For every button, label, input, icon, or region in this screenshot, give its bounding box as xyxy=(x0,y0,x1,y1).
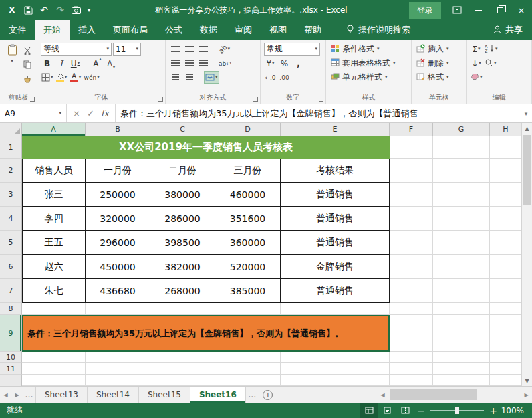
cell-styles-button[interactable]: 单元格样式▾ xyxy=(329,70,408,84)
tab-view[interactable]: 视图 xyxy=(261,20,295,40)
row-header[interactable]: 9 xyxy=(0,315,22,352)
table-cell[interactable]: 360000 xyxy=(215,231,281,255)
wrap-text-icon[interactable]: ab↩ xyxy=(218,57,232,70)
vertical-scroll-thumb[interactable] xyxy=(523,135,531,205)
cell[interactable] xyxy=(22,363,86,375)
cell[interactable] xyxy=(150,375,215,386)
tab-insert[interactable]: 插入 xyxy=(70,20,104,40)
row-header[interactable]: 6 xyxy=(0,255,22,279)
table-title-cell[interactable]: XX公司2019年一季度销售人员考核表 xyxy=(22,136,390,159)
cell[interactable] xyxy=(390,375,433,386)
vertical-scrollbar[interactable]: ▲ ▼ xyxy=(521,123,532,386)
tab-review[interactable]: 审阅 xyxy=(226,20,261,40)
table-header-cell[interactable]: 三月份 xyxy=(215,159,281,183)
zoom-slider[interactable] xyxy=(430,410,484,411)
cell[interactable] xyxy=(86,303,150,315)
sheet-overflow-right[interactable]: … xyxy=(246,387,259,403)
column-header-B[interactable]: B xyxy=(86,123,150,136)
cell[interactable] xyxy=(215,352,281,363)
hscroll-left-icon[interactable]: ◀ xyxy=(377,392,388,398)
cell[interactable] xyxy=(390,303,433,315)
excel-logo-icon[interactable]: X xyxy=(4,2,20,18)
sheet-nav-right-icon[interactable]: ▶ xyxy=(11,387,23,403)
table-header-cell[interactable]: 一月份 xyxy=(86,159,150,183)
cell[interactable] xyxy=(390,352,433,363)
table-cell[interactable]: 王五 xyxy=(22,231,86,255)
enter-icon[interactable]: ✓ xyxy=(87,108,94,118)
redo-icon[interactable]: ↷ xyxy=(52,2,68,18)
clipboard-dialog-launcher-icon[interactable] xyxy=(30,97,35,102)
cell[interactable] xyxy=(433,363,490,375)
format-cells-button[interactable]: 格式▾ xyxy=(415,70,462,84)
cell[interactable] xyxy=(490,136,521,159)
cell[interactable] xyxy=(281,303,390,315)
select-all-button[interactable] xyxy=(0,123,22,136)
new-sheet-button[interactable]: + xyxy=(259,387,277,403)
cell[interactable] xyxy=(490,363,521,375)
ribbon-display-options-icon[interactable] xyxy=(446,0,468,20)
table-cell[interactable]: 普通销售 xyxy=(281,207,390,231)
table-cell[interactable]: 普通销售 xyxy=(281,279,390,303)
table-cell[interactable]: 金牌销售 xyxy=(281,255,390,279)
table-cell[interactable]: 436680 xyxy=(86,279,150,303)
cell[interactable] xyxy=(150,303,215,315)
shrink-font-button[interactable]: A▾ xyxy=(105,57,118,70)
autosum-button[interactable]: Σ▾ xyxy=(470,43,483,56)
cell[interactable] xyxy=(433,375,490,386)
underline-button[interactable]: U▾ xyxy=(69,57,82,70)
column-header-C[interactable]: C xyxy=(150,123,215,136)
row-header[interactable]: 11 xyxy=(0,363,22,375)
phonetic-guide-icon[interactable]: wén▾ xyxy=(84,71,100,84)
cancel-icon[interactable]: × xyxy=(73,108,80,118)
column-header-G[interactable]: G xyxy=(433,123,490,136)
sheet-tab-sheet14[interactable]: Sheet14 xyxy=(88,387,139,403)
sort-filter-button[interactable]: AZ ▾ xyxy=(484,43,499,56)
row-header[interactable]: 8 xyxy=(0,303,22,315)
decrease-decimal-icon[interactable]: .00 xyxy=(278,71,291,84)
row-header[interactable]: 4 xyxy=(0,207,22,231)
bold-button[interactable]: B xyxy=(41,57,53,70)
cell[interactable] xyxy=(433,207,490,231)
merge-center-button[interactable]: ▾ xyxy=(204,71,219,84)
cell[interactable] xyxy=(86,363,150,375)
table-cell[interactable]: 320000 xyxy=(86,207,150,231)
table-cell[interactable]: 普通销售 xyxy=(281,231,390,255)
tab-home[interactable]: 开始 xyxy=(35,20,70,40)
cell[interactable] xyxy=(215,303,281,315)
align-bottom-icon[interactable] xyxy=(197,43,210,56)
cut-icon[interactable] xyxy=(21,44,33,57)
align-center-icon[interactable] xyxy=(183,57,196,70)
table-cell[interactable]: 赵六 xyxy=(22,255,86,279)
table-cell[interactable]: 286000 xyxy=(150,207,215,231)
cell[interactable] xyxy=(433,231,490,255)
table-cell[interactable]: 普通销售 xyxy=(281,183,390,207)
row-header[interactable]: 3 xyxy=(0,183,22,207)
row-header[interactable]: 5 xyxy=(0,231,22,255)
undo-icon[interactable]: ↶ xyxy=(36,2,52,18)
cell[interactable] xyxy=(490,255,521,279)
cell[interactable] xyxy=(390,136,433,159)
align-left-icon[interactable] xyxy=(169,57,182,70)
cell[interactable] xyxy=(390,255,433,279)
accounting-format-icon[interactable]: ¥▾ xyxy=(264,57,277,70)
camera-icon[interactable] xyxy=(68,2,84,18)
row-header[interactable]: 10 xyxy=(0,352,22,363)
grow-font-button[interactable]: A▴ xyxy=(91,57,104,70)
table-cell[interactable]: 296000 xyxy=(86,231,150,255)
fill-color-icon[interactable]: ▾ xyxy=(55,71,68,84)
font-dialog-launcher-icon[interactable] xyxy=(158,97,163,102)
italic-button[interactable]: I xyxy=(55,57,68,70)
column-header-D[interactable]: D xyxy=(215,123,281,136)
insert-cells-button[interactable]: 插入▾ xyxy=(415,42,462,56)
cell[interactable] xyxy=(490,231,521,255)
table-cell[interactable]: 398500 xyxy=(150,231,215,255)
cell[interactable] xyxy=(390,279,433,303)
cell[interactable] xyxy=(490,303,521,315)
normal-view-icon[interactable] xyxy=(360,403,378,418)
tab-formulas[interactable]: 公式 xyxy=(156,20,191,40)
row-header[interactable]: 1 xyxy=(0,136,22,159)
align-right-icon[interactable] xyxy=(197,57,210,70)
row-header[interactable]: 7 xyxy=(0,279,22,303)
cell[interactable] xyxy=(281,352,390,363)
find-select-button[interactable]: ▾ xyxy=(484,57,497,70)
